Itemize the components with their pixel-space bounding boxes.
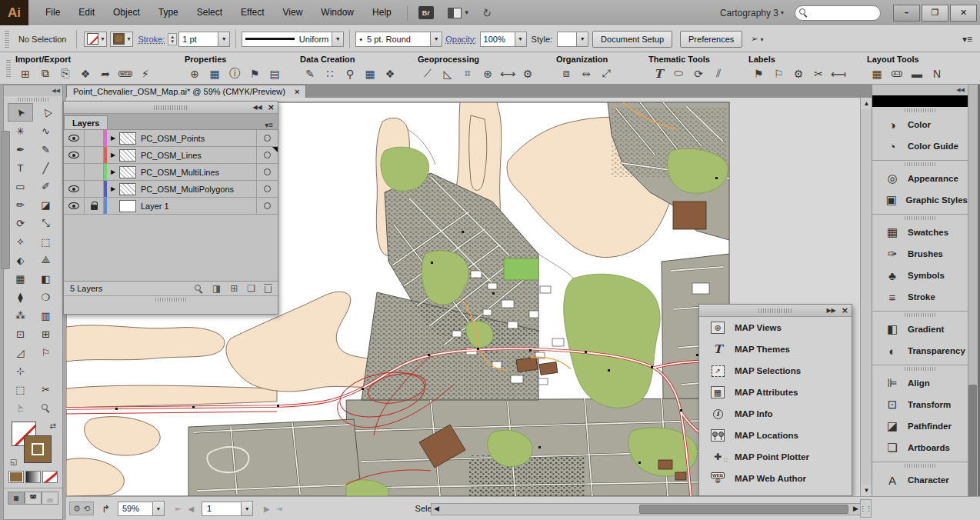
map-point-tool[interactable]: ⊹ [8, 362, 33, 380]
dock-item-transform[interactable]: ⊡Transform [872, 394, 968, 415]
visibility-cell[interactable] [64, 130, 85, 146]
previous-artboard-icon[interactable]: ◀ [188, 505, 194, 513]
menu-file[interactable]: File [36, 0, 69, 25]
hand-tool[interactable]: ☞ [8, 398, 33, 417]
first-artboard-icon[interactable]: ⇤ [175, 505, 182, 513]
canvas-hscroll-thumb[interactable] [639, 505, 848, 514]
delete-layer-icon[interactable] [265, 286, 272, 293]
perspective-grid-tool[interactable]: ⟁ [33, 251, 58, 269]
scale-bar-icon[interactable]: ▬ [907, 65, 927, 82]
fill-color-swatch[interactable]: ▾ [110, 32, 133, 47]
dock-item-appearance[interactable]: ◎Appearance [872, 168, 968, 189]
toolbar-grip[interactable] [6, 60, 11, 77]
column-graph-tool[interactable]: ▥ [33, 306, 58, 325]
scroll-right-icon[interactable]: ▶ [853, 505, 858, 512]
zoom-dropdown[interactable]: ▼ [153, 501, 165, 516]
copy-export-icon[interactable]: ➦ [95, 65, 115, 82]
geocode-icon[interactable]: ⚲ [340, 65, 360, 82]
map-attributes-item[interactable]: ▦MAP Attributes [699, 382, 852, 403]
layers-panel-menu-icon[interactable]: ▾≡ [265, 121, 273, 129]
arrange-documents-arrow[interactable]: ▼ [464, 9, 470, 16]
register-image-icon[interactable]: ⧈ [556, 65, 576, 82]
layer-name[interactable]: PC_OSM_Lines [141, 151, 256, 160]
sync-arrows-icon[interactable]: ⟲ [83, 504, 90, 514]
dock-collapse-strip[interactable]: ◀◀ [872, 85, 968, 95]
menu-type[interactable]: Type [149, 0, 188, 25]
export-map-icon[interactable]: ⎘ [55, 65, 75, 82]
bridge-icon[interactable]: Br [418, 6, 434, 19]
magic-wand-tool[interactable]: ✳ [8, 122, 33, 140]
slice-tool[interactable]: ✂ [33, 380, 58, 398]
selection-tool[interactable]: ➤ [8, 103, 33, 122]
width-profile-dropdown[interactable]: ▼ [332, 32, 344, 47]
import-settings-icon[interactable]: ❖ [75, 65, 95, 82]
target-circle-icon[interactable] [264, 185, 271, 192]
arrange-documents-icon[interactable] [448, 8, 462, 18]
document-setup-button[interactable]: Document Setup [592, 31, 672, 48]
opacity-dropdown[interactable]: ▼ [515, 32, 527, 47]
expand-arrow-icon[interactable]: ▶ [107, 135, 119, 142]
layer-name[interactable]: PC_OSM_MultiLines [141, 168, 256, 177]
width-profile-field[interactable]: Uniform [242, 32, 332, 47]
stroke-link[interactable]: Stroke: [138, 35, 165, 44]
north-arrow-icon[interactable]: N [927, 65, 947, 82]
map-selections-item[interactable]: ↗MAP Selections [699, 360, 852, 382]
edit-geometry-icon[interactable]: ✎ [300, 65, 320, 82]
dock-item-artboards[interactable]: ❏Artboards [872, 437, 968, 458]
dock-group-grip[interactable] [905, 313, 935, 317]
canvas-vscroll-thumb[interactable] [1, 131, 10, 269]
target-circle-icon[interactable] [264, 135, 271, 142]
simple-import-icon[interactable]: ⊞ [15, 65, 35, 82]
gradient-button[interactable] [25, 471, 41, 483]
spatial-join-icon[interactable]: ❖ [380, 65, 400, 82]
locate-object-icon[interactable] [195, 285, 203, 293]
artboard-number-field[interactable]: 1 [202, 502, 242, 516]
dock-group-grip[interactable] [905, 216, 935, 220]
width-tool[interactable]: ⟡ [8, 232, 33, 251]
eyedropper-tool[interactable]: ⧫ [8, 288, 33, 306]
add-points-icon[interactable]: ∷ [320, 65, 340, 82]
dock-item-character[interactable]: ACharacter [872, 469, 968, 491]
target-cell[interactable] [256, 164, 278, 180]
dock-item-stroke[interactable]: ≡Stroke [872, 286, 968, 308]
menu-effect[interactable]: Effect [232, 0, 273, 25]
direct-selection-tool[interactable]: ▷ [33, 103, 58, 122]
map-locations-item[interactable]: MAP Locations [699, 425, 852, 446]
artboard-dropdown[interactable]: ▼ [242, 501, 253, 516]
web-export-icon[interactable]: WEB [115, 65, 135, 82]
blend-tool[interactable]: ❍ [33, 288, 58, 306]
dock-group-grip[interactable] [905, 367, 935, 371]
minimize-button[interactable]: – [893, 5, 920, 22]
mesh-tool[interactable]: ▦ [8, 269, 33, 288]
pencil-tool[interactable]: ✏ [8, 195, 33, 214]
menu-select[interactable]: Select [188, 0, 232, 25]
layers-panel-header[interactable]: ◀◀ × [64, 102, 278, 114]
menu-help[interactable]: Help [363, 0, 401, 25]
layer-name[interactable]: PC_OSM_Points [141, 134, 256, 143]
expand-arrow-icon[interactable]: ▶ [107, 185, 119, 192]
dot-density-icon[interactable]: ⬭ [668, 65, 688, 82]
vector-crop-icon[interactable]: ◺ [438, 65, 458, 82]
stroke-weight-field[interactable]: 1 pt [178, 32, 218, 47]
tools-drag-grip[interactable] [18, 98, 48, 102]
lock-cell[interactable] [85, 147, 104, 163]
map-themes-icon[interactable]: T [648, 65, 668, 82]
expand-arrow-icon[interactable]: ▶ [107, 168, 119, 175]
collapse-panel-icon[interactable]: ▶▶ [826, 307, 835, 314]
map-web-author-item[interactable]: WEB⊕MAP Web Author [699, 468, 852, 489]
control-bar-grip[interactable] [5, 31, 9, 48]
map-label-tool[interactable]: ⚐ [33, 343, 58, 362]
target-circle-icon[interactable] [264, 152, 271, 158]
lasso-tool[interactable]: ∿ [33, 122, 58, 140]
lock-cell[interactable] [85, 181, 104, 197]
leader-lines-icon[interactable]: ⟻ [828, 65, 848, 82]
document-tab[interactable]: Point_Chevalier_OSM_Map.ai* @ 59% (CMYK/… [66, 85, 306, 98]
map-views-item[interactable]: ⊕MAP Views [699, 317, 852, 338]
stroke-color-swatch[interactable]: ▾ [84, 32, 107, 47]
style-field[interactable] [557, 32, 577, 47]
map-area-tool[interactable]: ⊡ [8, 325, 33, 343]
brush-field[interactable]: •5 pt. Round [355, 32, 431, 47]
crop-to-shape-icon[interactable]: ⌗ [458, 65, 478, 82]
type-tool[interactable]: T [8, 158, 33, 177]
shape-builder-tool[interactable]: ⬖ [8, 251, 33, 269]
